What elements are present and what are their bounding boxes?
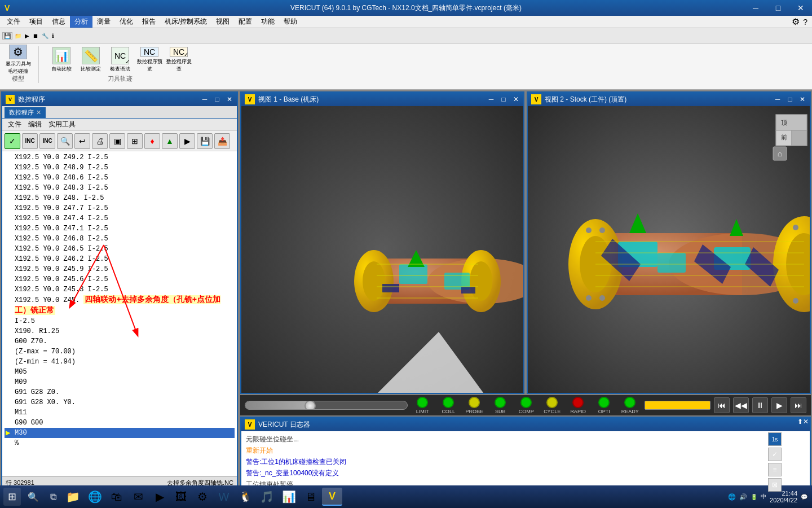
maximize-btn[interactable]: □: [767, 0, 789, 16]
ime-indicator[interactable]: 中: [761, 493, 766, 501]
taskbar-app-settings[interactable]: ⚙: [192, 488, 213, 506]
tb-btn-5[interactable]: 🔧: [41, 33, 50, 39]
nc-btn-save[interactable]: 💾: [197, 133, 213, 149]
nc-menu-file[interactable]: 文件: [5, 119, 25, 130]
battery-icon[interactable]: 🔋: [751, 494, 757, 500]
ctrl-pause[interactable]: ⏸: [752, 397, 768, 413]
tb-btn-2[interactable]: 📁: [14, 33, 23, 39]
log-close[interactable]: ✕: [803, 418, 809, 426]
ctrl-play[interactable]: ▶: [771, 397, 787, 413]
menu-machine[interactable]: 机床/控制系统: [160, 16, 211, 28]
nc-btn-nav1[interactable]: ▲: [162, 133, 178, 149]
nc-btn-view1[interactable]: ▣: [109, 133, 125, 149]
menu-view[interactable]: 视图: [211, 16, 234, 28]
taskbar-app-mail[interactable]: ✉: [128, 488, 148, 506]
indicator-comp[interactable]: COMP: [515, 397, 537, 414]
auto-compare-btn[interactable]: 📊 自动比较: [48, 46, 75, 73]
tb-btn-3[interactable]: ▶: [24, 33, 30, 39]
menu-config[interactable]: 配置: [234, 16, 257, 28]
taskbar-app-store[interactable]: 🛍: [107, 488, 127, 506]
taskbar-app-9[interactable]: 📊: [279, 488, 299, 506]
log-content[interactable]: 元限碰坐位碰坐... 重新开始 警告:工位1的机床碰撞检查已关闭 警告:_nc_…: [241, 431, 810, 489]
vp1-minimize[interactable]: ─: [485, 93, 497, 106]
toolbar-question[interactable]: ?: [803, 17, 807, 27]
vp1-maximize[interactable]: □: [497, 93, 510, 106]
nc-code-area[interactable]: X192.5 Y0.0 Z49.2 I-2.5 X192.5 Y0.0 Z48.…: [2, 151, 237, 476]
vp2-close[interactable]: ✕: [796, 93, 809, 106]
taskbar-app-vericut[interactable]: V: [322, 488, 342, 506]
menu-help[interactable]: 帮助: [279, 16, 302, 28]
compare-measure-btn[interactable]: 📏 比较测定: [77, 46, 104, 73]
taskbar-app-explorer[interactable]: 📁: [63, 488, 83, 506]
task-view-button[interactable]: ⧉: [46, 488, 61, 506]
taskbar-app-photos[interactable]: 🖼: [171, 488, 191, 506]
indicator-ready[interactable]: READY: [619, 397, 641, 414]
log-side-btn-1[interactable]: 1s: [768, 432, 782, 446]
start-button[interactable]: ⊞: [3, 488, 21, 506]
nc-btn-search[interactable]: 🔍: [57, 133, 73, 149]
viewport-2-content[interactable]: 顶 前 ⌂: [528, 106, 810, 393]
notification-btn[interactable]: 💬: [801, 494, 807, 500]
network-icon[interactable]: 🌐: [728, 493, 736, 501]
toolbar-help[interactable]: ⚙: [792, 16, 800, 27]
sound-icon[interactable]: 🔊: [739, 493, 747, 501]
clock[interactable]: 21:44 2020/4/22: [770, 490, 797, 503]
tb-btn-4[interactable]: ⏹: [32, 33, 39, 39]
indicator-probe[interactable]: PROBE: [463, 397, 486, 414]
home-btn[interactable]: ⌂: [773, 147, 787, 160]
menu-measure[interactable]: 测量: [92, 16, 115, 28]
viewport-1-content[interactable]: [241, 106, 523, 393]
menu-analysis[interactable]: 分析: [70, 16, 92, 28]
menu-file[interactable]: 文件: [2, 16, 25, 28]
nc-preview-btn[interactable]: NC 数控程序预览: [136, 46, 163, 73]
taskbar-app-word[interactable]: W: [214, 488, 234, 506]
close-btn[interactable]: ✕: [789, 0, 812, 16]
log-side-btn-3[interactable]: ≡: [768, 463, 782, 476]
nc-tab-close[interactable]: ✕: [36, 109, 41, 116]
taskbar-app-media[interactable]: ▶: [149, 488, 170, 506]
indicator-sub[interactable]: SUB: [489, 397, 511, 414]
menu-project[interactable]: 项目: [25, 16, 47, 28]
nc-panel-minimize[interactable]: ─: [198, 93, 211, 106]
vp2-minimize[interactable]: ─: [771, 93, 784, 106]
search-button[interactable]: 🔍: [23, 488, 43, 506]
nc-panel-close[interactable]: ✕: [223, 93, 236, 106]
indicator-limit[interactable]: LIMIT: [411, 397, 434, 414]
tb-btn-1[interactable]: 💾: [2, 32, 12, 40]
menu-info[interactable]: 信息: [47, 16, 70, 28]
log-side-btn-4[interactable]: ⊠: [768, 478, 782, 492]
menu-function[interactable]: 功能: [257, 16, 279, 28]
minimize-btn[interactable]: ─: [744, 0, 767, 16]
nc-btn-run[interactable]: ▶: [179, 133, 195, 149]
speed-indicator[interactable]: [645, 401, 710, 410]
indicator-opti[interactable]: OPTI: [593, 397, 615, 414]
taskbar-app-7[interactable]: 🐧: [235, 488, 255, 506]
indicator-coll[interactable]: COLL: [437, 397, 460, 414]
nc-btn-bookmark[interactable]: ♦: [144, 133, 160, 149]
indicator-rapid[interactable]: RAPID: [567, 397, 589, 414]
nc-btn-print[interactable]: 🖨: [92, 133, 108, 149]
ctrl-back[interactable]: ◀◀: [733, 397, 749, 413]
taskbar-app-edge[interactable]: 🌐: [85, 488, 105, 506]
nc-panel-maximize[interactable]: □: [211, 93, 223, 106]
progress-bar[interactable]: [245, 401, 408, 410]
nc-menu-edit[interactable]: 编辑: [25, 119, 45, 130]
indicator-cycle[interactable]: CYCLE: [541, 397, 563, 414]
log-side-btn-2[interactable]: ✓: [768, 448, 782, 461]
nc-tab-main[interactable]: 数控程序 ✕: [5, 107, 46, 118]
nc-btn-verify[interactable]: ✓: [5, 133, 20, 149]
nc-menu-tools[interactable]: 实用工具: [45, 119, 79, 130]
nc-btn-export[interactable]: 📤: [214, 133, 230, 149]
nc-review-btn[interactable]: NC ✓ 数控程序复查: [165, 46, 192, 73]
vp2-maximize[interactable]: □: [784, 93, 796, 106]
show-collision-btn[interactable]: ⚙ 显示刀具与毛坯碰撞: [5, 46, 32, 73]
nc-btn-undo[interactable]: ↩: [74, 133, 90, 149]
menu-optimize[interactable]: 优化: [115, 16, 138, 28]
check-syntax-btn[interactable]: NC ✓ 检查语法: [107, 46, 134, 73]
nc-btn-inc1[interactable]: INC: [22, 133, 38, 149]
ctrl-skip-forward[interactable]: ⏭: [791, 397, 806, 413]
ctrl-skip-back[interactable]: ⏮: [714, 397, 730, 413]
progress-handle[interactable]: [304, 401, 316, 410]
menu-report[interactable]: 报告: [138, 16, 160, 28]
nc-btn-inc2[interactable]: INC: [39, 133, 55, 149]
